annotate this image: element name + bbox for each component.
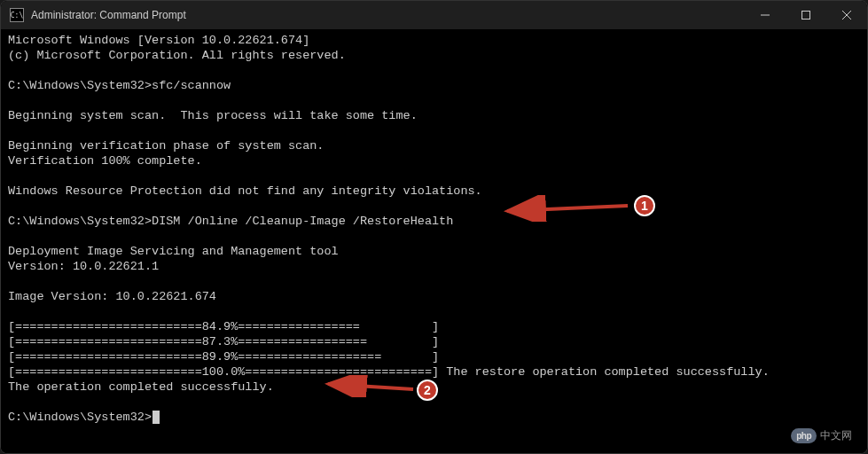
watermark: php 中文网 [791,428,852,443]
output-line: Deployment Image Servicing and Managemen… [8,245,339,258]
output-line: Version: 10.0.22621.1 [8,260,159,273]
output-line: [==========================100.0%=======… [8,365,770,379]
output-line: [==========================84.9%========… [8,320,439,333]
prompt-line: C:\Windows\System32> [8,411,152,424]
output-line: Beginning verification phase of system s… [8,139,324,153]
terminal-output[interactable]: Microsoft Windows [Version 10.0.22621.67… [1,29,867,453]
window-title: Administrator: Command Prompt [31,9,186,21]
watermark-logo: php [791,428,817,443]
window-controls [745,1,867,29]
output-line: C:\Windows\System32>sfc/scannow [8,79,231,92]
output-line: Verification 100% complete. [8,154,202,168]
output-line: Image Version: 10.0.22621.674 [8,290,216,303]
output-line: Windows Resource Protection did not find… [8,184,482,198]
output-line: The operation completed successfully. [8,380,274,394]
svg-rect-0 [802,12,810,20]
titlebar[interactable]: C:\ Administrator: Command Prompt [1,1,867,29]
close-button[interactable] [826,1,867,29]
minimize-button[interactable] [745,1,786,29]
output-line: [==========================87.3%========… [8,335,439,348]
output-line: Microsoft Windows [Version 10.0.22621.67… [8,34,309,47]
cursor [152,411,160,424]
cmd-icon: C:\ [10,8,24,22]
maximize-button[interactable] [786,1,826,29]
output-line: Beginning system scan. This process will… [8,109,418,122]
command-prompt-window: C:\ Administrator: Command Prompt Micros… [0,0,868,454]
watermark-text: 中文网 [820,428,852,443]
output-line: C:\Windows\System32>DISM /Online /Cleanu… [8,215,453,228]
output-line: [==========================89.9%========… [8,350,439,364]
output-line: (c) Microsoft Corporation. All rights re… [8,49,346,62]
